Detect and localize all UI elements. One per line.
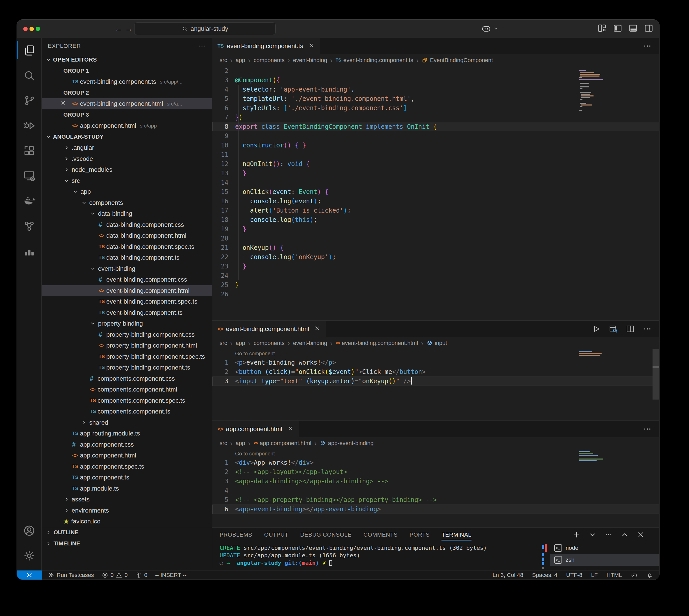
navigate-forward-button[interactable]: → — [125, 20, 133, 38]
copilot-menu-button[interactable] — [481, 23, 499, 34]
open-editor-event-binding.component.html[interactable]: <>event-binding.component.htmlsrc/a... — [42, 98, 212, 109]
panel-tab-terminal[interactable]: TERMINAL — [442, 528, 471, 542]
section-angular-study[interactable]: ANGULAR-STUDY — [42, 131, 212, 142]
breadcrumb-item-event-binding.component.html[interactable]: <>event-binding.component.html — [336, 340, 418, 347]
navigate-back-button[interactable]: ← — [115, 20, 122, 38]
code-line-19[interactable]: 19 } — [212, 224, 659, 234]
breadcrumb-item-event-binding[interactable]: event-binding — [293, 57, 327, 64]
tree-file-components.component.html[interactable]: <>components.component.html — [42, 384, 212, 395]
breadcrumb-item-src[interactable]: src — [220, 440, 227, 447]
tree-folder-.vscode[interactable]: .vscode — [42, 153, 212, 164]
more-button[interactable] — [643, 324, 652, 334]
window-minimize-button[interactable] — [29, 27, 34, 31]
code-line-2[interactable]: 2<button (click)="onClick($event)">Click… — [212, 367, 659, 376]
breadcrumb[interactable]: src›app›components›event-binding›<>event… — [212, 337, 659, 349]
scrollbar[interactable] — [652, 349, 659, 368]
code-line-2[interactable]: 2<!-- <app-layout></app-layout> — [212, 467, 659, 477]
tree-folder-environments[interactable]: environments — [42, 505, 212, 516]
minimap[interactable] — [579, 451, 626, 462]
toggle-panel-button[interactable] — [628, 23, 638, 33]
toggle-secondary-sidebar-button[interactable] — [644, 23, 653, 33]
code-line-11[interactable]: 11 — [212, 150, 659, 159]
activity-run-debug[interactable] — [17, 113, 41, 138]
breadcrumb-item-src[interactable]: src — [220, 57, 227, 64]
tree-file-favicon.ico[interactable]: ★favicon.ico — [42, 516, 212, 527]
tab-event-binding.component.ts[interactable]: TSevent-binding.component.ts — [212, 38, 320, 54]
activity-settings[interactable] — [17, 543, 41, 568]
code-line-14[interactable]: 14 — [212, 178, 659, 187]
close-editor-icon[interactable] — [60, 100, 66, 107]
tree-folder-property-binding[interactable]: property-binding — [42, 318, 212, 329]
minimap[interactable] — [579, 68, 626, 113]
panel-tab-problems[interactable]: PROBLEMS — [220, 528, 252, 542]
more-button[interactable] — [643, 424, 652, 434]
tree-file-data-binding.component.spec.ts[interactable]: TSdata-binding.component.spec.ts — [42, 241, 212, 252]
breadcrumb[interactable]: src›app›components›event-binding›TSevent… — [212, 54, 659, 66]
activity-search[interactable] — [17, 63, 41, 88]
status-notifications[interactable] — [646, 572, 653, 578]
tree-file-app-routing.module.ts[interactable]: TSapp-routing.module.ts — [42, 428, 212, 439]
breadcrumb-item-app-event-binding[interactable]: app-event-binding — [320, 440, 374, 447]
breadcrumb-item-app[interactable]: app — [236, 57, 245, 64]
tree-file-data-binding.component.css[interactable]: #data-binding.component.css — [42, 219, 212, 230]
activity-extensions[interactable] — [17, 138, 41, 163]
tree-file-components.component.ts[interactable]: TScomponents.component.ts — [42, 406, 212, 417]
status-run-testcases[interactable]: Run Testcases — [48, 572, 94, 578]
code-line-8[interactable]: 8export class EventBindingComponent impl… — [212, 122, 659, 131]
code-line-20[interactable]: 20 — [212, 234, 659, 243]
breadcrumb-item-event-binding[interactable]: event-binding — [293, 340, 327, 347]
tree-folder-components[interactable]: components — [42, 197, 212, 208]
more-button[interactable] — [604, 531, 613, 539]
panel-tab-ports[interactable]: PORTS — [409, 528, 429, 542]
breadcrumb-item-components[interactable]: components — [253, 340, 285, 347]
code-line-21[interactable]: 21 onKeyup() { — [212, 243, 659, 252]
activity-explorer[interactable] — [17, 38, 41, 63]
code-line-12[interactable]: 12 ngOnInit(): void { — [212, 159, 659, 169]
close-tab-icon[interactable] — [312, 325, 320, 333]
play-button[interactable] — [592, 324, 601, 334]
breadcrumb-item-event-binding.component.ts[interactable]: TSevent-binding.component.ts — [336, 57, 413, 64]
tree-folder-assets[interactable]: assets — [42, 494, 212, 505]
tree-file-app.component.css[interactable]: #app.component.css — [42, 439, 212, 450]
panel-tab-comments[interactable]: COMMENTS — [363, 528, 398, 542]
code-line-17[interactable]: 17 alert('Button is clicked'); — [212, 206, 659, 215]
panel-tab-output[interactable]: OUTPUT — [264, 528, 288, 542]
tree-file-property-binding.component.ts[interactable]: TSproperty-binding.component.ts — [42, 362, 212, 373]
tree-file-property-binding.component.css[interactable]: #property-binding.component.css — [42, 329, 212, 340]
status-ports-forwarded[interactable]: 0 — [135, 572, 147, 578]
breadcrumb-item-app[interactable]: app — [236, 340, 245, 347]
code-line-25[interactable]: 25} — [212, 280, 659, 290]
code-line-16[interactable]: 16 console.log(event); — [212, 197, 659, 206]
tree-file-components.component.spec.ts[interactable]: TScomponents.component.spec.ts — [42, 395, 212, 406]
window-zoom-button[interactable] — [36, 27, 40, 31]
breadcrumb-item-app.component.html[interactable]: <>app.component.html — [253, 440, 311, 447]
status-vim-mode[interactable]: -- INSERT -- — [155, 572, 186, 578]
tree-file-data-binding.component.html[interactable]: <>data-binding.component.html — [42, 230, 212, 241]
split-button[interactable] — [626, 324, 635, 334]
tree-file-event-binding.component.html[interactable]: <>event-binding.component.html — [42, 285, 212, 296]
status-copilot[interactable] — [631, 572, 638, 578]
tree-folder-data-binding[interactable]: data-binding — [42, 208, 212, 219]
tree-file-app.component.html[interactable]: <>app.component.html — [42, 450, 212, 461]
code-line-5[interactable]: 5<!-- <app-property-binding></app-proper… — [212, 495, 659, 505]
terminal-output[interactable]: CREATE src/app/components/event-binding/… — [220, 544, 540, 567]
code-line-1[interactable]: 1<p>event-binding works!</p> — [212, 358, 659, 367]
tree-file-event-binding.component.spec.ts[interactable]: TSevent-binding.component.spec.ts — [42, 296, 212, 307]
tree-file-property-binding.component.html[interactable]: <>property-binding.component.html — [42, 340, 212, 351]
command-center-search[interactable]: angular-study — [134, 22, 276, 35]
breadcrumb-item-input[interactable]: input — [426, 340, 447, 347]
more-button[interactable] — [643, 41, 652, 51]
breadcrumb-item-components[interactable]: components — [253, 57, 285, 64]
tree-folder-shared[interactable]: shared — [42, 417, 212, 428]
code-line-18[interactable]: 18 console.log(this); — [212, 215, 659, 224]
tree-file-property-binding.component.spec.ts[interactable]: TSproperty-binding.component.spec.ts — [42, 351, 212, 362]
customize-layout-button[interactable] — [597, 23, 607, 33]
tree-file-app.component.spec.ts[interactable]: TSapp.component.spec.ts — [42, 461, 212, 472]
activity-source-control[interactable] — [17, 88, 41, 113]
tree-file-data-binding.component.ts[interactable]: TSdata-binding.component.ts — [42, 252, 212, 263]
breadcrumb[interactable]: src›app›<>app.component.html›app-event-b… — [212, 437, 659, 449]
activity-remote-explorer[interactable] — [17, 163, 41, 188]
tab-event-binding.component.html[interactable]: <>event-binding.component.html — [212, 321, 326, 337]
code-line-23[interactable]: 23 } — [212, 262, 659, 271]
tree-file-event-binding.component.css[interactable]: #event-binding.component.css — [42, 274, 212, 285]
